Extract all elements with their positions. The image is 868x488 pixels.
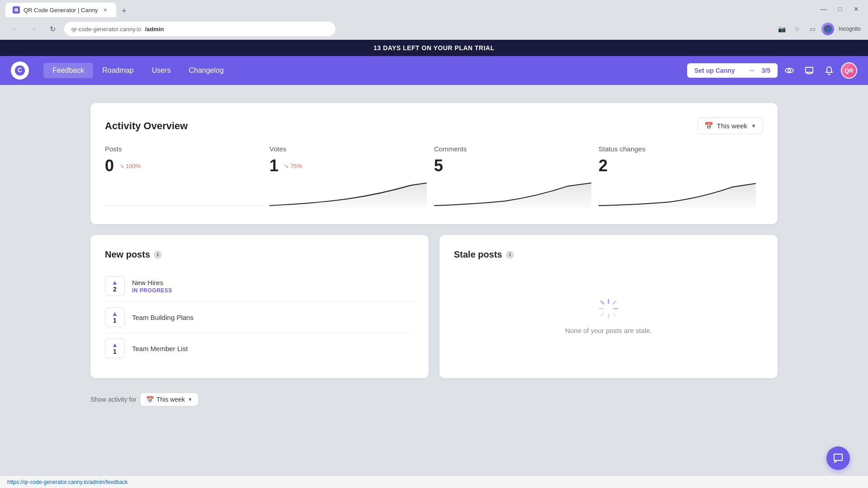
user-avatar[interactable]: QR <box>841 62 857 79</box>
svg-text:C: C <box>15 9 17 12</box>
stale-posts-info-icon[interactable]: ℹ <box>506 251 514 259</box>
message-icon-btn[interactable] <box>801 62 817 79</box>
setup-label: Set up Canny <box>694 67 735 74</box>
calendar-icon: 📅 <box>704 122 713 130</box>
post-title-1[interactable]: New Hires <box>132 279 414 286</box>
vote-box-3[interactable]: ▲ 1 <box>105 338 125 358</box>
refresh-btn[interactable]: ↻ <box>45 22 60 36</box>
post-item-1: ▲ 2 New Hires IN PROGRESS <box>105 271 414 302</box>
stale-posts-empty: None of your posts are stale. <box>454 271 763 361</box>
bell-icon-btn[interactable] <box>821 62 837 79</box>
calendar-icon-2: 📅 <box>146 396 154 403</box>
chat-widget-btn[interactable] <box>826 446 850 470</box>
bottom-period-label: This week <box>156 396 185 403</box>
card-title: Activity Overview <box>105 120 188 132</box>
votes-value-row: 1 ↘ 75% <box>269 156 427 175</box>
app-logo[interactable]: C <box>11 61 29 80</box>
close-btn[interactable]: ✕ <box>850 3 863 15</box>
maximize-btn[interactable]: □ <box>834 3 846 15</box>
new-tab-btn[interactable]: + <box>118 5 131 17</box>
metric-votes: Votes 1 ↘ 75% <box>269 145 434 210</box>
vote-up-arrow-3-icon: ▲ <box>112 342 118 348</box>
comments-value: 5 <box>434 156 443 175</box>
show-activity-label: Show activity for <box>90 396 137 403</box>
trial-banner-text: 13 DAYS LEFT ON YOUR PLAN TRIAL <box>373 44 495 52</box>
posts-sparkline <box>105 181 262 208</box>
chat-icon <box>832 452 844 464</box>
nav-users[interactable]: Users <box>143 63 180 78</box>
comments-sparkline <box>434 181 591 208</box>
profile-avatar[interactable]: 👤 <box>821 23 834 35</box>
eye-icon-btn[interactable] <box>781 62 797 79</box>
app-nav: C Feedback Roadmap Users Changelog Set u… <box>0 56 868 85</box>
card-header: Activity Overview 📅 This week ▼ <box>105 117 763 134</box>
forward-btn[interactable]: → <box>26 22 41 36</box>
post-item-3: ▲ 1 Team Member List <box>105 333 414 364</box>
nav-roadmap[interactable]: Roadmap <box>93 63 142 78</box>
votes-sparkline <box>269 181 427 208</box>
svg-line-15 <box>613 301 616 304</box>
vote-count-3: 1 <box>113 348 117 356</box>
nav-changelog[interactable]: Changelog <box>179 63 232 78</box>
vote-box-2[interactable]: ▲ 1 <box>105 307 125 327</box>
votes-change-pct: 75% <box>290 163 302 169</box>
votes-value: 1 <box>269 156 278 175</box>
post-title-2[interactable]: Team Building Plans <box>132 314 414 321</box>
votes-change: ↘ 75% <box>284 163 302 169</box>
sidebar-toggle-icon[interactable]: ▭ <box>806 23 819 35</box>
setup-progress: 3/5 <box>762 67 770 74</box>
svg-line-16 <box>601 313 604 316</box>
post-info-1: New Hires IN PROGRESS <box>132 279 414 294</box>
status-changes-sparkline <box>599 181 756 208</box>
new-posts-header: New posts ℹ <box>105 249 414 260</box>
address-input[interactable]: qr-code-generator.canny.io/admin <box>64 22 335 36</box>
metrics-grid: Posts 0 ↘ 100% Votes <box>105 145 763 210</box>
down-arrow-votes-icon: ↘ <box>284 163 288 169</box>
window-controls: ― □ ✕ <box>817 3 863 15</box>
post-info-3: Team Member List <box>132 345 414 352</box>
bookmark-icon[interactable]: ☆ <box>791 23 803 35</box>
browser-frame: C QR Code Generator | Canny ✕ + ― □ ✕ ← … <box>0 0 868 488</box>
post-status-1: IN PROGRESS <box>132 287 414 294</box>
setup-progress-bar <box>742 70 754 71</box>
show-activity-row: Show activity for 📅 This week ▼ <box>90 393 778 406</box>
period-select[interactable]: 📅 This week ▼ <box>698 117 763 134</box>
post-item-2: ▲ 1 Team Building Plans <box>105 302 414 333</box>
posts-value: 0 <box>105 156 114 175</box>
url-path: /admin <box>145 26 164 33</box>
svg-text:C: C <box>18 67 22 74</box>
nav-feedback[interactable]: Feedback <box>43 63 93 78</box>
avatar-text: QR <box>844 67 854 74</box>
metric-posts: Posts 0 ↘ 100% <box>105 145 269 210</box>
post-title-3[interactable]: Team Member List <box>132 345 414 352</box>
svg-line-13 <box>601 301 604 304</box>
stale-posts-title: Stale posts <box>454 249 502 260</box>
back-btn[interactable]: ← <box>7 22 22 36</box>
metric-status-changes: Status changes 2 <box>599 145 763 210</box>
posts-value-row: 0 ↘ 100% <box>105 156 262 175</box>
setup-canny-btn[interactable]: Set up Canny 3/5 <box>687 63 778 78</box>
address-bar-row: ← → ↻ qr-code-generator.canny.io/admin 📷… <box>0 18 868 40</box>
vote-box-1[interactable]: ▲ 2 <box>105 276 125 296</box>
vote-count-1: 2 <box>113 286 117 293</box>
active-tab[interactable]: C QR Code Generator | Canny ✕ <box>5 3 116 17</box>
stale-posts-header: Stale posts ℹ <box>454 249 763 260</box>
browser-titlebar: C QR Code Generator | Canny ✕ + ― □ ✕ <box>0 0 868 18</box>
app-content: Activity Overview 📅 This week ▼ Posts 0 … <box>0 85 868 424</box>
chevron-down-2-icon: ▼ <box>188 397 193 402</box>
address-bar-icons: 📷 ☆ ▭ 👤 Incognito <box>775 23 861 35</box>
metric-comments: Comments 5 <box>434 145 599 210</box>
activity-overview-card: Activity Overview 📅 This week ▼ Posts 0 … <box>90 103 778 224</box>
camera-icon[interactable]: 📷 <box>775 23 788 35</box>
comments-value-row: 5 <box>434 156 591 175</box>
vote-count-2: 1 <box>113 317 117 324</box>
minimize-btn[interactable]: ― <box>817 3 830 15</box>
tab-close-btn[interactable]: ✕ <box>102 6 109 14</box>
bottom-period-select[interactable]: 📅 This week ▼ <box>140 393 198 406</box>
new-posts-info-icon[interactable]: ℹ <box>154 251 162 259</box>
status-bar: https://qr-code-generator.canny.io/admin… <box>0 475 868 488</box>
votes-label: Votes <box>269 145 427 153</box>
tab-favicon: C <box>13 6 20 14</box>
stale-posts-card: Stale posts ℹ None of you <box>439 235 778 378</box>
chevron-down-icon: ▼ <box>751 123 756 129</box>
